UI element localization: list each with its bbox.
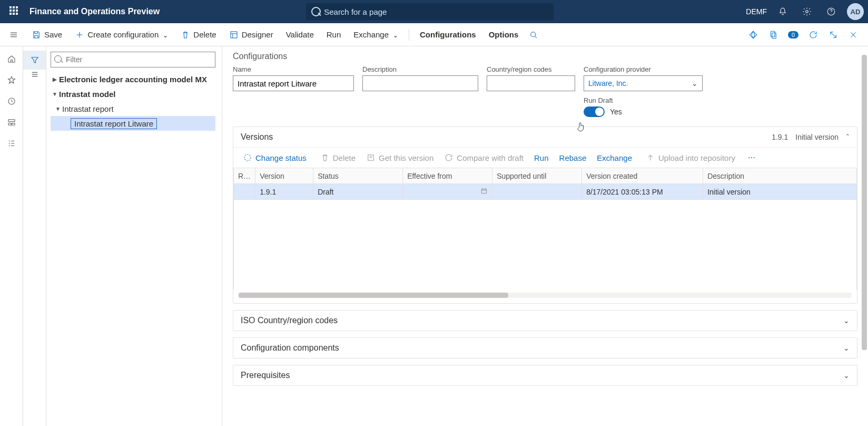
run-draft-toggle[interactable]: [584, 106, 605, 117]
chevron-up-icon[interactable]: [846, 132, 850, 142]
global-search-input[interactable]: [306, 3, 554, 20]
designer-button[interactable]: Designer: [224, 25, 279, 44]
col-version-created[interactable]: Version created: [582, 168, 703, 184]
badge-icon[interactable]: 0: [786, 27, 801, 42]
more-icon[interactable]: ⋯: [748, 153, 756, 162]
cell-version[interactable]: 1.9.1: [255, 184, 313, 200]
col-r[interactable]: R…: [234, 168, 255, 184]
validate-button[interactable]: Validate: [281, 25, 319, 44]
nav-toggle-icon[interactable]: [3, 23, 24, 46]
exchange-label: Exchange: [353, 30, 389, 39]
cell-version-created[interactable]: 8/17/2021 03:05:13 PM: [582, 184, 703, 200]
version-run-button[interactable]: Run: [530, 151, 553, 164]
prereq-section: Prerequisites: [233, 365, 857, 386]
chevron-down-icon[interactable]: [843, 343, 850, 353]
run-draft-toggle-wrap: Yes: [584, 106, 703, 117]
description-input[interactable]: [362, 75, 478, 91]
filter-icon[interactable]: [23, 51, 46, 70]
iso-section: ISO Country/region codes: [233, 310, 857, 331]
recent-icon[interactable]: [0, 91, 23, 112]
caret-down-icon[interactable]: [51, 91, 59, 97]
avatar[interactable]: AD: [847, 3, 864, 20]
upload-repo-label: Upload into repository: [658, 153, 735, 162]
attach-icon[interactable]: [766, 27, 781, 42]
tree-item-intrastat-report-litware[interactable]: Intrastat report Litware: [51, 116, 215, 131]
name-label: Name: [233, 65, 354, 73]
filter-input[interactable]: [51, 52, 215, 67]
caret-down-icon[interactable]: [54, 106, 62, 112]
home-icon[interactable]: [0, 49, 23, 70]
country-input[interactable]: [487, 75, 575, 91]
col-effective-from[interactable]: Effective from: [403, 168, 492, 184]
options-tab[interactable]: Options: [484, 25, 524, 44]
sidebar: Electronic ledger accounting model MX In…: [23, 46, 222, 426]
name-input[interactable]: [233, 75, 354, 91]
table-row[interactable]: 1.9.1 Draft 8/17/2021 03:05:13 PM Initia…: [234, 184, 857, 200]
cell-status[interactable]: Draft: [313, 184, 403, 200]
horizontal-scrollbar[interactable]: [239, 293, 852, 298]
configurations-tab[interactable]: Configurations: [415, 25, 481, 44]
favorites-icon[interactable]: [0, 70, 23, 91]
svg-rect-10: [12, 123, 14, 125]
chevron-down-icon[interactable]: [843, 316, 850, 325]
cell-effective-from[interactable]: [403, 184, 492, 200]
help-icon[interactable]: [823, 3, 840, 20]
create-configuration-button[interactable]: Create configuration: [70, 25, 173, 44]
components-header[interactable]: Configuration components: [233, 338, 857, 358]
app-launcher-icon[interactable]: [9, 6, 20, 17]
search-button[interactable]: [526, 25, 541, 44]
col-version[interactable]: Version: [255, 168, 313, 184]
get-version-label: Get this version: [379, 153, 433, 162]
caret-right-icon[interactable]: [51, 76, 59, 82]
provider-select[interactable]: Litware, Inc.: [584, 75, 703, 91]
versions-header[interactable]: Versions 1.9.1 Initial version: [233, 127, 857, 147]
run-draft-field: Run Draft Yes: [584, 96, 703, 117]
diamond-icon[interactable]: [746, 27, 761, 42]
workspaces-icon[interactable]: [0, 112, 23, 133]
tree-label: Intrastat report: [62, 104, 114, 113]
save-button[interactable]: Save: [26, 25, 67, 44]
open-new-icon[interactable]: [826, 27, 841, 42]
tree-item-ledger-mx[interactable]: Electronic ledger accounting model MX: [51, 72, 215, 86]
tree-item-intrastat-report[interactable]: Intrastat report: [51, 101, 215, 116]
svg-rect-3: [231, 32, 237, 38]
col-status[interactable]: Status: [313, 168, 403, 184]
list-view-icon[interactable]: [30, 70, 40, 91]
provider-field: Configuration provider Litware, Inc. Run…: [584, 65, 703, 117]
notifications-icon[interactable]: [774, 3, 791, 20]
cell-supported-until[interactable]: [492, 184, 582, 200]
tree-label: Intrastat report Litware: [71, 118, 157, 129]
prereq-header[interactable]: Prerequisites: [233, 365, 857, 385]
col-description[interactable]: Description: [703, 168, 857, 184]
col-supported-until[interactable]: Supported until: [492, 168, 582, 184]
run-draft-label: Run Draft: [584, 96, 703, 104]
close-icon[interactable]: [846, 27, 861, 42]
versions-section: Versions 1.9.1 Initial version Change st…: [233, 127, 857, 304]
cell-r[interactable]: [234, 184, 255, 200]
company-code[interactable]: DEMF: [746, 7, 767, 16]
cell-description[interactable]: Initial version: [703, 184, 857, 200]
command-bar: Save Create configuration Delete Designe…: [0, 23, 868, 46]
version-exchange-button[interactable]: Exchange: [593, 151, 639, 164]
modules-icon[interactable]: [0, 133, 23, 154]
tree-item-intrastat-model[interactable]: Intrastat model: [51, 86, 215, 101]
exchange-button[interactable]: Exchange: [348, 25, 403, 44]
run-button[interactable]: Run: [321, 25, 347, 44]
rebase-button[interactable]: Rebase: [555, 151, 591, 164]
refresh-icon[interactable]: [806, 27, 821, 42]
name-field: Name: [233, 65, 354, 117]
delete-label: Delete: [193, 30, 216, 39]
chevron-down-icon[interactable]: [843, 371, 850, 380]
version-run-label: Run: [534, 153, 549, 162]
components-title: Configuration components: [241, 343, 843, 353]
delete-button[interactable]: Delete: [175, 25, 221, 44]
svg-rect-13: [481, 189, 486, 193]
change-status-button[interactable]: Change status: [239, 151, 314, 164]
gear-icon[interactable]: [798, 3, 815, 20]
change-status-label: Change status: [255, 153, 307, 162]
svg-rect-6: [772, 33, 776, 38]
vertical-scrollbar[interactable]: [862, 55, 867, 350]
save-label: Save: [44, 30, 62, 39]
iso-header[interactable]: ISO Country/region codes: [233, 311, 857, 331]
calendar-icon[interactable]: [480, 187, 488, 196]
